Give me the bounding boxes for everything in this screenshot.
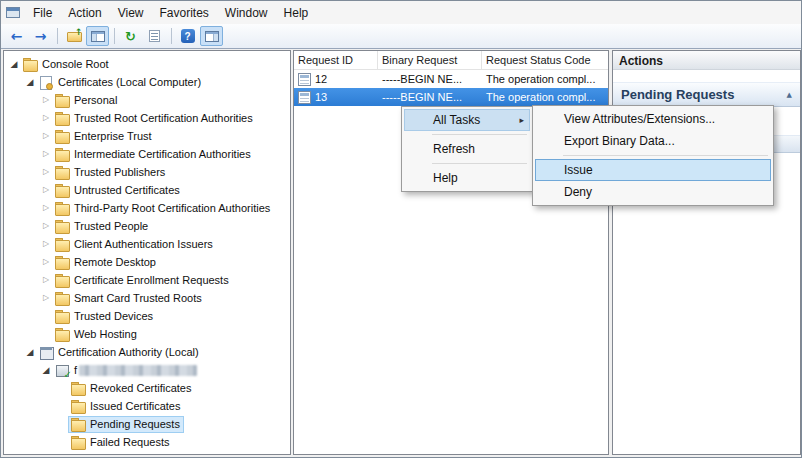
tree-item[interactable]: ▷Enterprise Trust [4,127,290,145]
collapse-arrow-icon[interactable]: ◢ [24,73,36,91]
expand-arrow-icon[interactable]: ▷ [40,181,52,199]
expand-arrow-icon[interactable]: ▷ [40,109,52,127]
toolbar: ←→↻? [1,24,801,49]
export-list-button[interactable] [143,26,166,46]
forward-button[interactable]: → [29,26,52,46]
expand-arrow-icon[interactable]: ▷ [40,271,52,289]
back-button[interactable]: ← [5,26,28,46]
tree-item-content: Trusted People [52,218,152,235]
folder-icon [54,292,70,305]
list-body: 12-----BEGIN NE...The operation compl...… [294,70,608,106]
menu-item-all-tasks[interactable]: All Tasks▸ [404,109,530,131]
expand-arrow-icon[interactable]: ▷ [40,163,52,181]
tree-item-content: Remote Desktop [52,254,160,271]
pending-requests-section-header[interactable]: Pending Requests ▲ [613,82,800,107]
tree-item[interactable]: ▷Trusted Publishers [4,163,290,181]
tree-item-content: Enterprise Trust [52,128,156,145]
mmc-window: FileActionViewFavoritesWindowHelp ←→↻? ◢… [0,0,802,458]
tree-item[interactable]: ▷Remote Desktop [4,253,290,271]
menu-bar-items: FileActionViewFavoritesWindowHelp [25,1,316,24]
tree-item[interactable]: Pending Requests [4,415,290,433]
request-id-cell: 12 [294,73,378,86]
collapse-arrow-icon[interactable]: ◢ [8,55,20,73]
expand-arrow-icon[interactable]: ▷ [40,145,52,163]
tree-item-label: Enterprise Trust [74,130,152,142]
menu-item-label: Help [433,171,458,185]
collapse-arrow-icon[interactable]: ◢ [24,343,36,361]
tree-item[interactable]: ▷Intermediate Certification Authorities [4,145,290,163]
folder-icon [54,94,70,107]
expand-arrow-icon[interactable]: ▷ [40,289,52,307]
menu-favorites-button[interactable]: Favorites [152,3,217,23]
tree-item[interactable]: Issued Certificates [4,397,290,415]
tree-item[interactable]: Web Hosting [4,325,290,343]
column-header-request-id[interactable]: Request ID [294,51,378,69]
expand-arrow-icon[interactable]: ▷ [40,91,52,109]
menu-item-label: Refresh [433,142,475,156]
tree-item[interactable]: Failed Requests [4,433,290,451]
menu-item-label: View Attributes/Extensions... [564,112,715,126]
menu-file-button[interactable]: File [25,3,60,23]
tree-item[interactable]: Trusted Devices [4,307,290,325]
menu-item-help[interactable]: Help [404,167,530,189]
tree-item[interactable]: ▷Personal [4,91,290,109]
tree-item[interactable]: ▷Third-Party Root Certification Authorit… [4,199,290,217]
column-header-binary-request[interactable]: Binary Request [378,51,482,69]
tree-item[interactable]: ◢Certificates (Local Computer) [4,73,290,91]
tree-item[interactable]: ▷Trusted People [4,217,290,235]
toolbar-separator [171,28,172,44]
up-one-level-icon [67,31,81,42]
expand-arrow-icon[interactable]: ▷ [40,199,52,217]
tree-item-label: Console Root [42,58,109,70]
toolbar-separator [114,28,115,44]
menu-item-deny[interactable]: Deny [535,181,771,203]
tree-item-content: Revoked Certificates [68,380,196,397]
expand-arrow-icon[interactable]: ▷ [40,217,52,235]
menu-item-label: Export Binary Data... [564,134,675,148]
menu-item-view-attributes-extensions[interactable]: View Attributes/Extensions... [535,108,771,130]
collapse-chevron-icon[interactable]: ▲ [787,91,792,99]
tree-item[interactable]: ◢f [4,361,290,379]
folder-icon [54,130,70,143]
menu-item-export-binary-data[interactable]: Export Binary Data... [535,130,771,152]
tree-item[interactable]: ◢Console Root [4,55,290,73]
forward-arrow-icon: → [35,29,47,43]
refresh-button[interactable]: ↻ [119,26,142,46]
tree-item[interactable]: ◢Certification Authority (Local) [4,343,290,361]
collapse-arrow-icon[interactable]: ◢ [40,361,52,379]
up-one-level-button[interactable] [62,26,85,46]
tree-item-content: Untrusted Certificates [52,182,184,199]
authority-icon [38,346,54,359]
menu-item-refresh[interactable]: Refresh [404,138,530,160]
help-button[interactable]: ? [176,26,199,46]
menu-item-issue[interactable]: Issue [535,159,771,181]
menu-window-button[interactable]: Window [217,3,276,23]
show-hide-console-tree-button[interactable] [86,26,109,46]
menu-item-label: Issue [564,163,593,177]
request-row[interactable]: 12-----BEGIN NE...The operation compl... [294,70,608,88]
request-row[interactable]: 13-----BEGIN NE...The operation compl... [294,88,608,106]
tree-item-label: Certification Authority (Local) [58,346,199,358]
console-tree: ◢Console Root◢Certificates (Local Comput… [4,55,290,451]
expand-arrow-icon[interactable]: ▷ [40,235,52,253]
tree-item-label: Client Authentication Issuers [74,238,213,250]
tree-item[interactable]: ▷Smart Card Trusted Roots [4,289,290,307]
column-header-request-status-code[interactable]: Request Status Code [482,51,608,69]
menu-separator [432,134,527,135]
expand-arrow-icon[interactable]: ▷ [40,253,52,271]
menu-bar: FileActionViewFavoritesWindowHelp [1,1,801,24]
folder-icon [54,274,70,287]
tree-item-label: Third-Party Root Certification Authoriti… [74,202,270,214]
menu-help-button[interactable]: Help [276,3,317,23]
tree-item[interactable]: ▷Certificate Enrollment Requests [4,271,290,289]
redacted-ca-name [79,365,197,376]
menu-action-button[interactable]: Action [60,3,109,23]
expand-arrow-icon[interactable]: ▷ [40,127,52,145]
folder-icon [54,310,70,323]
tree-item[interactable]: ▷Client Authentication Issuers [4,235,290,253]
show-hide-action-pane-button[interactable] [200,26,223,46]
menu-view-button[interactable]: View [110,3,152,23]
tree-item[interactable]: ▷Untrusted Certificates [4,181,290,199]
tree-item[interactable]: Revoked Certificates [4,379,290,397]
tree-item[interactable]: ▷Trusted Root Certification Authorities [4,109,290,127]
